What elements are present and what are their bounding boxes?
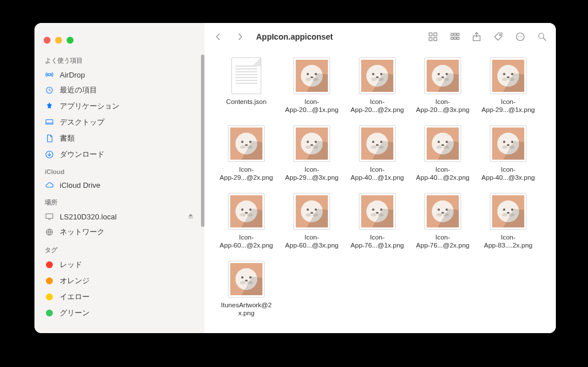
image-thumbnail-icon (359, 57, 396, 94)
sidebar-item[interactable]: イエロー (34, 289, 204, 305)
share-button[interactable] (471, 31, 482, 43)
file-name-label: Icon-App-40...@2x.png (416, 165, 470, 182)
close-window-button[interactable] (44, 37, 51, 44)
sidebar-item[interactable]: ネットワーク (34, 224, 204, 240)
sidebar-item[interactable]: デスクトップ (34, 114, 204, 130)
svg-rect-2 (46, 119, 53, 124)
tag-icon (45, 276, 54, 285)
file-name-label: Icon-App-20...@1x.png (285, 98, 339, 114)
file-item[interactable]: Icon-App-20...@1x.png (280, 57, 343, 122)
svg-rect-17 (457, 37, 459, 40)
file-item[interactable]: Icon-App-20...@2x.png (346, 57, 409, 122)
sidebar-item-label: 最近の項目 (60, 85, 97, 95)
sidebar-item-label: レッド (60, 260, 82, 270)
sidebar-item-label: オレンジ (60, 276, 90, 286)
file-name-label: Icon-App-83....2x.png (484, 233, 532, 250)
sidebar-section-label: よく使う項目 (34, 51, 204, 67)
file-item[interactable]: Icon-App-40...@1x.png (346, 125, 409, 190)
sidebar-item[interactable]: iCloud Drive (34, 177, 204, 192)
image-thumbnail-icon (228, 261, 265, 298)
file-item[interactable]: Icon-App-40...@2x.png (411, 125, 474, 190)
sidebar-scrollbar[interactable] (201, 55, 204, 227)
svg-rect-16 (454, 37, 457, 40)
more-actions-button[interactable] (514, 31, 526, 43)
svg-rect-10 (429, 38, 432, 41)
file-item[interactable]: Icon-App-29...@2x.png (215, 125, 278, 190)
image-thumbnail-icon (359, 125, 396, 162)
file-item[interactable]: Icon-App-83....2x.png (477, 193, 540, 257)
zoom-window-button[interactable] (67, 37, 74, 44)
file-item[interactable]: Icon-App-60...@3x.png (280, 193, 343, 257)
svg-rect-5 (46, 214, 53, 218)
doc-icon (45, 134, 54, 143)
finder-window: よく使う項目AirDrop最近の項目アプリケーションデスクトップ書類ダウンロード… (34, 23, 556, 333)
file-name-label: Contents.json (226, 98, 266, 106)
json-file-icon (228, 57, 265, 94)
file-name-label: Icon-App-76...@2x.png (416, 233, 470, 250)
sidebar-item[interactable]: LS210D320.local (34, 209, 204, 224)
file-item[interactable]: Icon-App-29...@3x.png (280, 125, 343, 190)
eject-icon[interactable] (187, 213, 194, 221)
file-item[interactable]: Icon-App-40...@3x.png (477, 125, 540, 190)
sidebar-item[interactable]: ダウンロード (34, 146, 204, 163)
file-name-label: Icon-App-60...@3x.png (285, 233, 339, 250)
image-thumbnail-icon (228, 125, 265, 162)
forward-button[interactable] (234, 31, 246, 43)
svg-rect-13 (454, 33, 457, 36)
svg-point-0 (48, 74, 51, 76)
svg-rect-14 (457, 33, 459, 36)
sidebar-item[interactable]: レッド (34, 257, 204, 273)
svg-rect-9 (434, 33, 437, 36)
window-title: AppIcon.appiconset (256, 32, 333, 41)
file-item[interactable]: Icon-App-76...@1x.png (346, 193, 409, 257)
svg-rect-11 (434, 38, 437, 41)
sidebar-item-label: AirDrop (60, 71, 85, 79)
group-by-button[interactable] (449, 31, 461, 43)
svg-point-23 (521, 36, 523, 37)
image-thumbnail-icon (490, 193, 527, 230)
file-grid: Contents.jsonIcon-App-20...@1x.pngIcon-A… (204, 51, 556, 333)
globe-icon (45, 227, 54, 237)
file-item[interactable]: Contents.json (215, 57, 278, 122)
sidebar-item[interactable]: 書類 (34, 130, 204, 146)
file-item[interactable]: Icon-App-20...@3x.png (411, 57, 474, 122)
file-name-label: Icon-App-60...@2x.png (220, 233, 273, 250)
tag-icon (45, 260, 54, 269)
sidebar-item[interactable]: AirDrop (34, 67, 204, 82)
image-thumbnail-icon (228, 193, 265, 230)
back-button[interactable] (212, 31, 224, 43)
minimize-window-button[interactable] (55, 37, 62, 44)
sidebar-item-label: アプリケーション (60, 101, 119, 111)
image-thumbnail-icon (424, 57, 461, 94)
search-button[interactable] (536, 31, 548, 43)
desktop-icon (45, 118, 54, 127)
sidebar-item-label: ダウンロード (60, 149, 105, 160)
tags-button[interactable] (493, 31, 504, 43)
svg-point-24 (539, 33, 544, 38)
svg-rect-12 (451, 33, 453, 36)
tag-icon (45, 308, 54, 318)
file-item[interactable]: Icon-App-29...@1x.png (477, 57, 540, 122)
svg-point-21 (518, 36, 519, 37)
tag-icon (45, 292, 54, 302)
sidebar-item[interactable]: 最近の項目 (34, 82, 204, 98)
file-item[interactable]: Icon-App-76...@2x.png (411, 193, 474, 257)
view-icon-mode-button[interactable] (427, 31, 439, 43)
sidebar-item[interactable]: グリーン (34, 305, 204, 321)
toolbar: AppIcon.appiconset (204, 23, 556, 51)
svg-point-19 (500, 34, 501, 36)
file-name-label: Icon-App-29...@2x.png (220, 165, 273, 182)
sidebar-item[interactable]: オレンジ (34, 273, 204, 289)
file-item[interactable]: Icon-App-60...@2x.png (215, 193, 278, 257)
sidebar-item[interactable]: アプリケーション (34, 98, 204, 114)
image-thumbnail-icon (490, 57, 527, 94)
display-icon (45, 212, 54, 221)
svg-rect-15 (451, 37, 453, 40)
sidebar-item-label: 書類 (60, 133, 75, 144)
sidebar-item-label: LS210D320.local (60, 213, 117, 221)
file-item[interactable]: ItunesArtwork@2x.png (215, 261, 278, 325)
file-name-label: ItunesArtwork@2x.png (221, 301, 272, 318)
file-name-label: Icon-App-76...@1x.png (351, 233, 404, 250)
image-thumbnail-icon (359, 193, 396, 230)
sidebar-section-label: タグ (34, 240, 204, 257)
